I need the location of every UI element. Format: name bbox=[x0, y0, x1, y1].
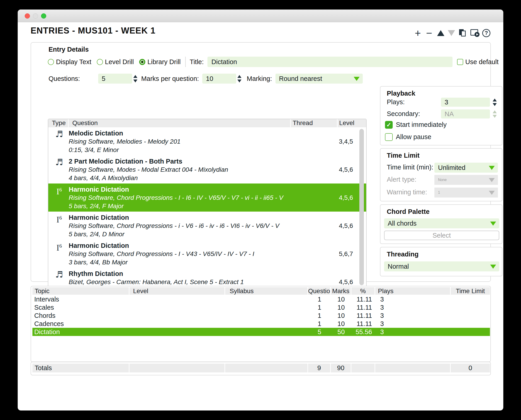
questions-stepper-arrows[interactable] bbox=[132, 74, 138, 83]
playback-panel: Playback Plays: 3 Secondary: NA ✓ Start … bbox=[380, 86, 502, 145]
question-title: 2 Part Melodic Dictation - Both Parts bbox=[69, 158, 182, 165]
radio-display-text[interactable] bbox=[48, 59, 54, 65]
marks-per-question-stepper[interactable]: 10 bbox=[202, 74, 236, 84]
help-icon: ? bbox=[482, 29, 490, 37]
question-row[interactable]: I6 Harmonic Dictation Rising Software, C… bbox=[48, 240, 366, 268]
percent-cell: 11.11 bbox=[352, 295, 375, 303]
dropdown-arrow-icon bbox=[489, 191, 495, 195]
marking-label: Marking: bbox=[247, 75, 272, 82]
beamed-notes-icon: ♬ bbox=[53, 157, 65, 167]
summary-row[interactable]: Intervals 1 10 11.11 3 bbox=[32, 295, 490, 303]
allow-pause-checkbox[interactable] bbox=[385, 133, 393, 141]
alert-type-value: None bbox=[438, 178, 447, 182]
window-titlebar[interactable] bbox=[18, 9, 503, 22]
col-level: Level bbox=[337, 119, 366, 127]
chord-i6-icon: I6 bbox=[53, 185, 65, 196]
remove-entry-button[interactable]: − bbox=[424, 28, 434, 38]
warning-time-dropdown: 1 bbox=[434, 188, 498, 198]
alert-type-dropdown: None bbox=[434, 175, 498, 185]
plays-stepper[interactable]: 3 bbox=[441, 98, 490, 107]
col-question: Question bbox=[69, 119, 291, 127]
arrow-up-icon bbox=[437, 30, 444, 36]
time-limit-label: Time limit (min): bbox=[387, 164, 433, 171]
duplicate-entry-button[interactable] bbox=[458, 28, 468, 38]
marks-stepper-arrows[interactable] bbox=[236, 74, 243, 83]
move-up-button[interactable] bbox=[436, 28, 446, 38]
question-title: Harmonic Dictation bbox=[69, 186, 129, 193]
question-title: Harmonic Dictation bbox=[69, 214, 129, 221]
plays-cell: 3 bbox=[375, 303, 451, 311]
divider bbox=[185, 57, 186, 67]
start-immediately-checkbox[interactable]: ✓ bbox=[385, 121, 393, 129]
preview-button[interactable] bbox=[470, 28, 480, 38]
use-default-checkbox[interactable] bbox=[457, 59, 463, 65]
time-limit-dropdown[interactable]: Unlimited bbox=[434, 163, 498, 173]
radio-display-text-label: Display Text bbox=[56, 58, 91, 66]
minimize-window-button[interactable] bbox=[33, 13, 38, 19]
radio-library-drill[interactable] bbox=[139, 59, 145, 65]
alert-type-label: Alert type: bbox=[387, 176, 416, 183]
stepper-down-icon bbox=[493, 103, 497, 106]
plays-stepper-arrows[interactable] bbox=[491, 98, 498, 107]
question-row[interactable]: I6 Harmonic Dictation Rising Software, C… bbox=[48, 212, 366, 240]
question-row-selected[interactable]: I6 Harmonic Dictation Rising Software, C… bbox=[48, 183, 366, 212]
col-percent: % bbox=[352, 287, 375, 295]
summary-row-selected[interactable]: Dictation 5 50 55.56 3 bbox=[32, 328, 490, 336]
topic-cell: Dictation bbox=[32, 328, 130, 336]
summary-row[interactable]: Cadences 1 10 11.11 3 bbox=[32, 320, 490, 328]
summary-row[interactable]: Chords 1 10 11.11 3 bbox=[32, 311, 490, 320]
stepper-up-icon bbox=[237, 75, 241, 78]
totals-bar: Totals 9 90 0 bbox=[31, 362, 491, 375]
question-list: Type Question Thread Level ♬ Melodic Dic… bbox=[48, 119, 367, 295]
help-button[interactable]: ? bbox=[481, 28, 491, 38]
warning-time-value: 1 bbox=[438, 190, 440, 195]
questions-label: Questions: bbox=[48, 75, 80, 82]
summary-row[interactable]: Scales 1 10 11.11 3 bbox=[32, 303, 490, 311]
radio-level-drill-label: Level Drill bbox=[105, 58, 134, 66]
marking-value: Round nearest bbox=[279, 75, 322, 82]
marking-dropdown[interactable]: Round nearest bbox=[276, 74, 363, 84]
arrow-down-icon bbox=[448, 30, 455, 36]
radio-library-drill-label: Library Drill bbox=[147, 58, 181, 66]
percent-cell: 11.11 bbox=[352, 303, 375, 311]
entry-details-heading: Entry Details bbox=[48, 46, 89, 53]
chord-palette-select-button[interactable]: Select bbox=[384, 231, 499, 240]
scrollbar-thumb[interactable] bbox=[359, 129, 364, 285]
use-default-label: Use default bbox=[465, 58, 498, 66]
title-input[interactable]: Dictation bbox=[207, 57, 453, 67]
radio-level-drill[interactable] bbox=[97, 59, 103, 65]
marks-cell: 10 bbox=[331, 320, 352, 328]
questions-cell: 1 bbox=[308, 303, 331, 311]
question-level: 3,4,5 bbox=[339, 138, 353, 145]
questions-cell: 1 bbox=[308, 320, 331, 328]
plays-cell: 3 bbox=[375, 328, 451, 336]
zoom-window-button[interactable] bbox=[41, 13, 46, 19]
close-window-button[interactable] bbox=[25, 13, 30, 19]
add-entry-button[interactable]: + bbox=[413, 28, 423, 38]
threading-heading: Threading bbox=[387, 251, 419, 258]
plays-cell: 3 bbox=[375, 295, 451, 303]
question-title: Harmonic Dictation bbox=[69, 242, 129, 249]
topic-cell: Scales bbox=[32, 303, 130, 311]
secondary-stepper-arrows bbox=[491, 109, 498, 119]
threading-dropdown[interactable]: Normal bbox=[384, 262, 499, 271]
summary-table: Topic Level Syllabus Questions Marks % P… bbox=[31, 286, 491, 362]
question-source: Rising Software, Chord Progressions - I … bbox=[69, 250, 254, 258]
beamed-notes-icon: ♬ bbox=[53, 129, 65, 139]
question-row[interactable]: ♬ Melodic Dictation Rising Software, Mel… bbox=[48, 127, 366, 155]
start-immediately-label: Start immediately bbox=[396, 121, 447, 128]
topic-cell: Intervals bbox=[32, 295, 130, 303]
plus-icon: + bbox=[415, 28, 421, 38]
stepper-up-icon bbox=[493, 98, 497, 101]
stepper-up-icon bbox=[493, 110, 497, 113]
chord-palette-panel: Chord Palette All chords Select bbox=[380, 204, 502, 244]
question-row[interactable]: ♬ 2 Part Melodic Dictation - Both Parts … bbox=[48, 155, 366, 183]
chord-palette-dropdown[interactable]: All chords bbox=[384, 218, 499, 228]
col-syllabus: Syllabus bbox=[225, 287, 308, 295]
plays-label: Plays: bbox=[387, 98, 405, 106]
questions-stepper[interactable]: 5 bbox=[98, 74, 132, 84]
totals-questions: 9 bbox=[308, 364, 331, 372]
move-down-button[interactable] bbox=[446, 28, 456, 38]
dropdown-arrow-icon bbox=[489, 178, 495, 182]
question-source: Rising Software, Chord Progressions - I … bbox=[69, 194, 283, 201]
